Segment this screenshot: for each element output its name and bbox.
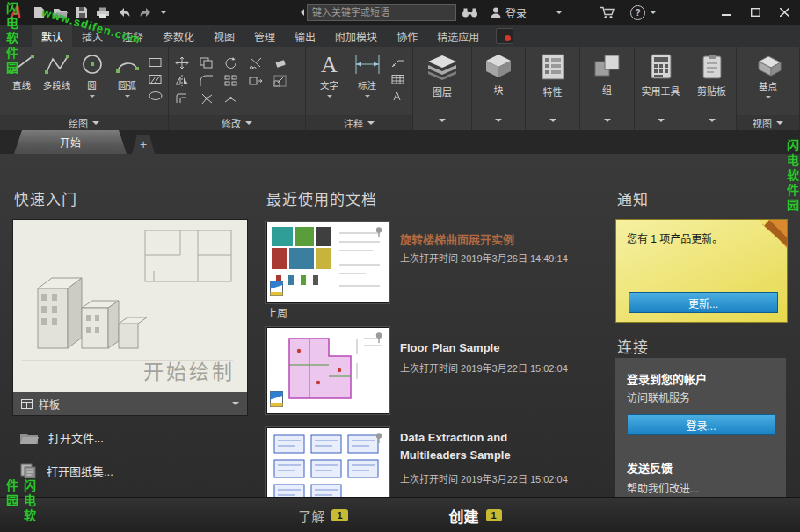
view-panel-expand-icon — [776, 121, 783, 128]
recent-doc-date-2: 上次打开时间 2019年3月22日 15:02:04 — [400, 361, 568, 375]
tab-featured-apps[interactable]: 精选应用 — [427, 25, 489, 47]
new-file-icon[interactable] — [33, 6, 45, 19]
trim-icon[interactable] — [248, 56, 264, 69]
red-badge-icon[interactable] — [496, 28, 513, 44]
open-files-link[interactable]: 打开文件... — [19, 429, 104, 446]
floor-plan-preview — [267, 328, 387, 412]
help-icon: ? — [630, 5, 645, 20]
tab-manage[interactable]: 管理 — [244, 25, 285, 47]
pin-icon[interactable] — [374, 432, 384, 448]
line-icon — [9, 53, 35, 77]
hatch-icon[interactable] — [148, 73, 164, 85]
feedback-title[interactable]: 发送反馈 — [627, 459, 673, 476]
maximize-button[interactable] — [751, 8, 760, 17]
recent-doc-title-1[interactable]: 旋转楼梯曲面展开实例 — [400, 231, 549, 249]
explode-icon[interactable] — [199, 91, 215, 105]
move-icon[interactable] — [174, 56, 190, 69]
pin-icon[interactable] — [374, 332, 384, 347]
panel-properties[interactable]: 特性 — [526, 47, 580, 130]
copy-icon[interactable] — [199, 56, 215, 69]
footer-learn[interactable]: 了解 1 — [298, 506, 347, 525]
panel-layers[interactable]: 图层 — [413, 47, 472, 130]
templates-bar[interactable]: 样板 — [13, 392, 247, 415]
tab-parametric[interactable]: 参数化 — [153, 25, 204, 47]
scale-icon[interactable] — [273, 74, 288, 87]
tab-view[interactable]: 视图 — [204, 25, 244, 47]
polyline-tool[interactable]: 多段线 — [40, 53, 74, 91]
ellipse-icon[interactable] — [148, 90, 164, 102]
recent-doc-title-2[interactable]: Floor Plan Sample — [400, 339, 549, 357]
clipboard-icon — [702, 54, 723, 79]
text-tool[interactable]: A 文字 — [313, 53, 346, 100]
minimize-button[interactable] — [722, 8, 731, 17]
rotate-icon[interactable] — [223, 56, 239, 69]
recent-doc-title-3[interactable]: Data Extraction and Multileaders Sample — [400, 429, 536, 464]
panel-block[interactable]: 块 — [472, 47, 526, 130]
sign-in-menu[interactable]: 登录 — [491, 5, 563, 20]
autocad-window: A 登录 ? — [0, 0, 800, 532]
groups-label: 组 — [602, 83, 612, 97]
collapse-search-icon[interactable] — [297, 9, 304, 16]
help-menu[interactable]: ? — [630, 5, 657, 20]
pin-icon[interactable] — [374, 226, 384, 242]
tab-annotate[interactable]: 注释 — [113, 25, 153, 47]
plot-icon[interactable] — [96, 6, 110, 18]
circle-tool[interactable]: 圆 — [76, 53, 109, 100]
close-button[interactable] — [780, 8, 789, 17]
offset-icon[interactable] — [174, 91, 190, 105]
save-icon[interactable] — [76, 6, 88, 18]
open-folder-icon[interactable] — [53, 7, 68, 18]
qat-dropdown-icon[interactable] — [160, 11, 167, 18]
new-drawing-tab[interactable]: + — [132, 135, 155, 154]
base-view-tool[interactable]: 基点 — [747, 53, 789, 101]
start-drawing-card[interactable]: 开始绘制 样板 — [12, 219, 248, 416]
modify-panel-title[interactable]: 修改 — [169, 115, 305, 130]
panel-utilities[interactable]: 实用工具 — [635, 47, 687, 130]
table-icon[interactable] — [390, 73, 406, 85]
open-sheet-set-link[interactable]: 打开图纸集... — [19, 463, 113, 479]
footer-nav: 了解 1 创建 1 — [0, 497, 800, 532]
templates-dropdown-icon — [232, 402, 239, 409]
search-binoculars-icon[interactable] — [462, 7, 478, 18]
fillet-icon[interactable] — [199, 74, 215, 87]
start-file-tab[interactable]: 开始 — [14, 130, 127, 154]
footer-create[interactable]: 创建 1 — [449, 505, 502, 527]
panel-groups[interactable]: 组 — [580, 47, 635, 130]
leader-icon[interactable] — [390, 56, 406, 69]
undo-icon[interactable] — [118, 7, 131, 18]
search-input[interactable] — [307, 4, 456, 21]
join-icon[interactable] — [223, 91, 239, 105]
sign-in-button[interactable]: 登录... — [627, 414, 775, 435]
dwg-file-icon — [270, 281, 283, 300]
tab-insert[interactable]: 插入 — [72, 25, 113, 47]
recent-doc-thumbnail-2[interactable] — [266, 327, 389, 414]
annotation-panel-title[interactable]: 注释 — [306, 115, 412, 130]
text-style-icon[interactable] — [390, 90, 406, 102]
redo-icon[interactable] — [139, 7, 152, 18]
create-badge: 1 — [486, 509, 502, 521]
clipboard-label: 剪贴板 — [697, 84, 726, 98]
dimension-tool[interactable]: 标注 — [348, 53, 387, 100]
autocad-logo[interactable]: A — [5, 4, 26, 22]
tab-default[interactable]: 默认 — [32, 25, 72, 47]
rectangle-icon[interactable] — [148, 56, 164, 69]
recent-docs-heading: 最近使用的文档 — [266, 187, 377, 209]
ribbon-tab-bar: 默认 插入 注释 参数化 视图 管理 输出 附加模块 协作 精选应用 — [0, 25, 800, 47]
stretch-icon[interactable] — [248, 74, 264, 87]
draw-panel-title[interactable]: 绘图 — [0, 115, 168, 130]
tab-addins[interactable]: 附加模块 — [325, 25, 387, 47]
array-icon[interactable] — [223, 74, 239, 87]
store-cart-icon[interactable] — [600, 6, 616, 19]
update-button[interactable]: 更新... — [629, 292, 778, 313]
recent-doc-thumbnail-1[interactable] — [266, 222, 389, 303]
mirror-icon[interactable] — [174, 74, 190, 87]
line-tool[interactable]: 直线 — [5, 53, 39, 91]
arc-tool[interactable]: 圆弧 — [111, 53, 144, 100]
tab-output[interactable]: 输出 — [285, 25, 325, 47]
panel-clipboard[interactable]: 剪贴板 — [687, 47, 737, 130]
user-icon — [491, 7, 501, 18]
annotation-panel-expand-icon — [367, 121, 375, 128]
tab-collaborate[interactable]: 协作 — [387, 25, 427, 47]
erase-icon[interactable] — [273, 56, 288, 69]
view-panel-title[interactable]: 视图 — [737, 115, 799, 130]
